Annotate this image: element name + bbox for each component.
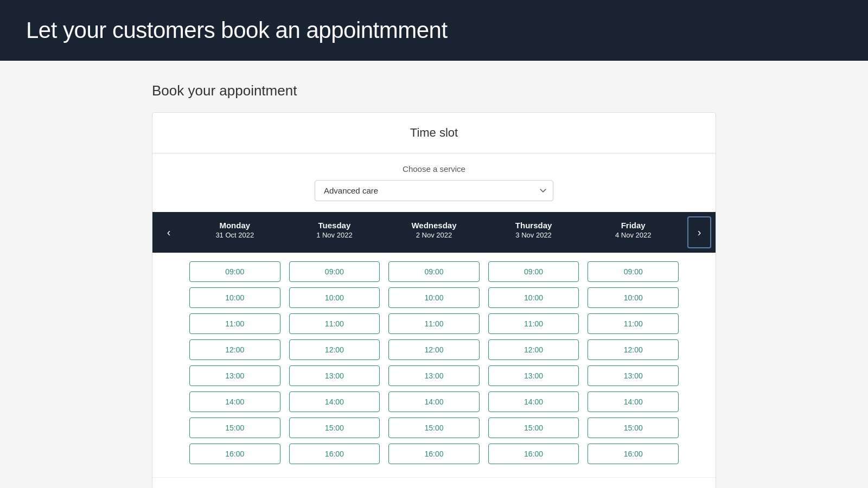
slot-cell: 09:00 bbox=[484, 261, 584, 282]
slot-nav-left-7 bbox=[152, 444, 185, 464]
slot-cell: 09:00 bbox=[384, 261, 484, 282]
time-slot-1400-0[interactable]: 14:00 bbox=[189, 391, 280, 412]
time-slot-1500-2[interactable]: 15:00 bbox=[388, 418, 480, 438]
day-header-1: Tuesday1 Nov 2022 bbox=[285, 212, 385, 253]
slot-cell: 16:00 bbox=[384, 444, 484, 464]
slot-cell: 13:00 bbox=[185, 365, 285, 386]
slot-cell: 15:00 bbox=[583, 418, 683, 438]
time-slot-0900-1[interactable]: 09:00 bbox=[289, 261, 380, 282]
slot-nav-right-6 bbox=[683, 418, 716, 438]
time-slot-1300-3[interactable]: 13:00 bbox=[488, 365, 579, 386]
slot-cell: 14:00 bbox=[384, 391, 484, 412]
slot-nav-left-4 bbox=[152, 365, 185, 386]
time-slot-1300-0[interactable]: 13:00 bbox=[189, 365, 280, 386]
slot-cell: 13:00 bbox=[285, 365, 385, 386]
time-slot-1300-4[interactable]: 13:00 bbox=[588, 365, 679, 386]
slot-cell: 14:00 bbox=[185, 391, 285, 412]
calendar-header: ‹ Monday31 Oct 2022Tuesday1 Nov 2022Wedn… bbox=[152, 212, 716, 253]
time-slot-1100-4[interactable]: 11:00 bbox=[588, 313, 679, 334]
slot-cell: 10:00 bbox=[285, 287, 385, 308]
slot-cell: 09:00 bbox=[583, 261, 683, 282]
time-slot-1400-1[interactable]: 14:00 bbox=[289, 391, 380, 412]
slot-cell: 11:00 bbox=[583, 313, 683, 334]
slot-nav-right-0 bbox=[683, 261, 716, 282]
time-slot-1000-0[interactable]: 10:00 bbox=[189, 287, 280, 308]
day-header-3: Thursday3 Nov 2022 bbox=[484, 212, 584, 253]
booking-card: Time slot Choose a service Advanced care… bbox=[152, 112, 716, 488]
time-slot-1200-2[interactable]: 12:00 bbox=[388, 339, 480, 360]
slot-cell: 12:00 bbox=[384, 339, 484, 360]
slot-cell: 13:00 bbox=[484, 365, 584, 386]
slot-cell: 16:00 bbox=[185, 444, 285, 464]
service-label: Choose a service bbox=[403, 164, 465, 174]
slots-grid: 09:0009:0009:0009:0009:0010:0010:0010:00… bbox=[152, 261, 716, 468]
time-slot-1100-3[interactable]: 11:00 bbox=[488, 313, 579, 334]
slot-nav-left-6 bbox=[152, 418, 185, 438]
time-slot-1000-2[interactable]: 10:00 bbox=[388, 287, 480, 308]
time-slot-0900-3[interactable]: 09:00 bbox=[488, 261, 579, 282]
time-slot-1400-2[interactable]: 14:00 bbox=[388, 391, 480, 412]
slot-nav-right-2 bbox=[683, 313, 716, 334]
time-slot-1500-4[interactable]: 15:00 bbox=[588, 418, 679, 438]
time-slot-1300-2[interactable]: 13:00 bbox=[388, 365, 480, 386]
slot-cell: 14:00 bbox=[583, 391, 683, 412]
slot-nav-right-1 bbox=[683, 287, 716, 308]
time-slot-1600-1[interactable]: 16:00 bbox=[289, 444, 380, 464]
prev-week-button[interactable]: ‹ bbox=[152, 212, 185, 253]
slot-cell: 16:00 bbox=[583, 444, 683, 464]
slot-cell: 14:00 bbox=[285, 391, 385, 412]
time-slot-1300-1[interactable]: 13:00 bbox=[289, 365, 380, 386]
time-slot-1600-0[interactable]: 16:00 bbox=[189, 444, 280, 464]
time-slot-1400-3[interactable]: 14:00 bbox=[488, 391, 579, 412]
slot-cell: 15:00 bbox=[285, 418, 385, 438]
slot-cell: 10:00 bbox=[484, 287, 584, 308]
time-slot-1400-4[interactable]: 14:00 bbox=[588, 391, 679, 412]
time-slot-1600-4[interactable]: 16:00 bbox=[588, 444, 679, 464]
next-week-button[interactable]: › bbox=[687, 216, 711, 248]
service-section: Choose a service Advanced careBasic care… bbox=[152, 153, 716, 212]
time-slot-1200-3[interactable]: 12:00 bbox=[488, 339, 579, 360]
time-slot-1200-1[interactable]: 12:00 bbox=[289, 339, 380, 360]
slot-cell: 16:00 bbox=[285, 444, 385, 464]
slot-cell: 12:00 bbox=[484, 339, 584, 360]
day-header-2: Wednesday2 Nov 2022 bbox=[384, 212, 484, 253]
page-title: Book your appointment bbox=[152, 82, 716, 99]
time-slot-1000-4[interactable]: 10:00 bbox=[588, 287, 679, 308]
slot-cell: 15:00 bbox=[185, 418, 285, 438]
time-slot-1500-0[interactable]: 15:00 bbox=[189, 418, 280, 438]
time-slot-0900-4[interactable]: 09:00 bbox=[588, 261, 679, 282]
time-slot-1000-1[interactable]: 10:00 bbox=[289, 287, 380, 308]
time-slot-1600-2[interactable]: 16:00 bbox=[388, 444, 480, 464]
day-header-4: Friday4 Nov 2022 bbox=[583, 212, 683, 253]
service-select[interactable]: Advanced careBasic carePremium care bbox=[315, 180, 553, 201]
slot-nav-left-1 bbox=[152, 287, 185, 308]
time-slot-1000-3[interactable]: 10:00 bbox=[488, 287, 579, 308]
slot-cell: 12:00 bbox=[583, 339, 683, 360]
time-slot-1500-3[interactable]: 15:00 bbox=[488, 418, 579, 438]
time-slot-1200-4[interactable]: 12:00 bbox=[588, 339, 679, 360]
slot-cell: 13:00 bbox=[384, 365, 484, 386]
slot-cell: 10:00 bbox=[583, 287, 683, 308]
slot-nav-right-4 bbox=[683, 365, 716, 386]
slot-nav-right-3 bbox=[683, 339, 716, 360]
slot-nav-right-7 bbox=[683, 444, 716, 464]
time-slot-0900-2[interactable]: 09:00 bbox=[388, 261, 480, 282]
slot-cell: 10:00 bbox=[185, 287, 285, 308]
time-slot-1500-1[interactable]: 15:00 bbox=[289, 418, 380, 438]
time-slot-0900-0[interactable]: 09:00 bbox=[189, 261, 280, 282]
slots-section: 09:0009:0009:0009:0009:0010:0010:0010:00… bbox=[152, 253, 716, 477]
slot-nav-left-3 bbox=[152, 339, 185, 360]
slot-cell: 15:00 bbox=[384, 418, 484, 438]
slot-cell: 16:00 bbox=[484, 444, 584, 464]
time-slot-1100-0[interactable]: 11:00 bbox=[189, 313, 280, 334]
page-header: Let your customers book an appointmment bbox=[0, 0, 868, 61]
time-slot-1600-3[interactable]: 16:00 bbox=[488, 444, 579, 464]
day-header-0: Monday31 Oct 2022 bbox=[185, 212, 285, 253]
time-slot-1100-2[interactable]: 11:00 bbox=[388, 313, 480, 334]
header-title: Let your customers book an appointmment bbox=[26, 17, 842, 43]
slot-nav-right-5 bbox=[683, 391, 716, 412]
time-slot-1200-0[interactable]: 12:00 bbox=[189, 339, 280, 360]
slot-nav-left-0 bbox=[152, 261, 185, 282]
time-slot-1100-1[interactable]: 11:00 bbox=[289, 313, 380, 334]
slot-cell: 12:00 bbox=[185, 339, 285, 360]
